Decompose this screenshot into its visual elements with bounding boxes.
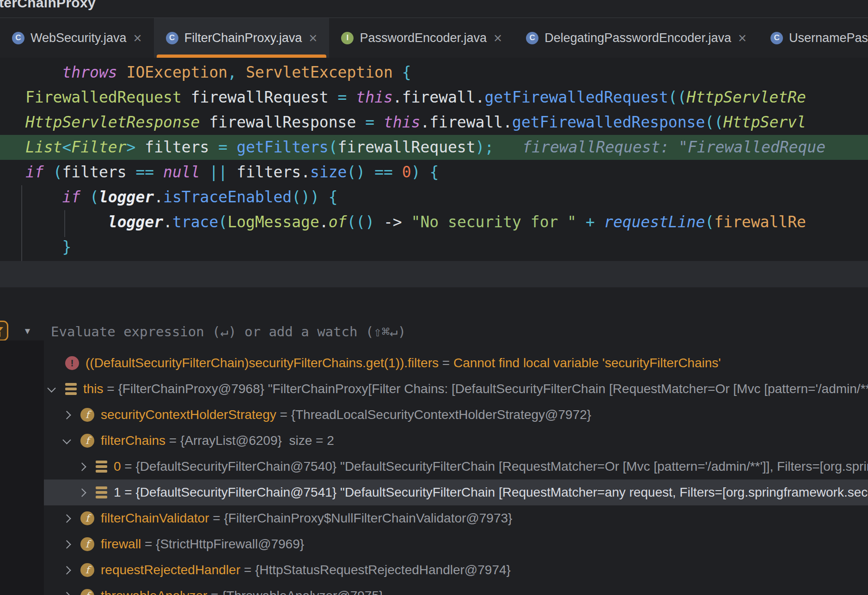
code-token: logger bbox=[99, 188, 154, 206]
variable-text: {FilterChainProxy$NullFilterChainValidat… bbox=[224, 511, 512, 526]
code-token bbox=[393, 63, 402, 81]
code-token: ServletException bbox=[246, 63, 393, 81]
variable-row-watch-error[interactable]: !((DefaultSecurityFilterChain)securityFi… bbox=[0, 350, 868, 376]
chevron-glyph bbox=[62, 592, 71, 595]
tab-label: FilterChainProxy.java bbox=[184, 31, 302, 45]
code-token: ) bbox=[411, 163, 421, 181]
class-icon: C bbox=[166, 32, 178, 44]
code-token: null bbox=[163, 163, 200, 181]
code-line-3: HttpServletResponse firewallResponse = t… bbox=[0, 110, 868, 135]
chevron-glyph bbox=[62, 566, 71, 574]
variable-text: {ThrowableAnalyzer@7975} bbox=[222, 589, 383, 595]
chevron-right-icon[interactable] bbox=[64, 516, 80, 522]
chevron-right-icon[interactable] bbox=[64, 567, 80, 573]
code-line-7: logger.trace(LogMessage.of(() -> "No sec… bbox=[0, 210, 868, 235]
object-value-icon bbox=[65, 383, 77, 395]
code-token: + bbox=[586, 213, 595, 231]
tab-passwordencoder-java[interactable]: IPasswordEncoder.java× bbox=[329, 18, 514, 58]
close-icon[interactable]: × bbox=[309, 32, 317, 44]
variable-text: securityContextHolderStrategy bbox=[101, 407, 276, 422]
variable-text: = bbox=[141, 537, 156, 552]
variable-text: = bbox=[209, 511, 224, 526]
code-token: HttpServletResponse bbox=[25, 113, 200, 131]
code-token bbox=[393, 163, 402, 181]
variable-text: ((DefaultSecurityFilterChain)securityFil… bbox=[86, 356, 439, 370]
code-token bbox=[319, 188, 329, 206]
tab-usernamepasswordauthenticationfilter-[interactable]: CUsernamePasswordAuthenticationFilter. bbox=[758, 18, 868, 58]
chevron-right-icon[interactable] bbox=[64, 541, 80, 547]
variable-row-filterChainValidator[interactable]: ffilterChainValidator = {FilterChainProx… bbox=[0, 505, 868, 531]
code-line-4: List<Filter> filters = getFilters(firewa… bbox=[0, 135, 868, 160]
variable-row-requestRejectedHandler[interactable]: frequestRejectedHandler = {HttpStatusReq… bbox=[0, 557, 868, 583]
variable-row-securityContextHolderStrategy[interactable]: fsecurityContextHolderStrategy = {Thread… bbox=[0, 402, 868, 428]
variable-row-this[interactable]: this = {FilterChainProxy@7968} "FilterCh… bbox=[0, 376, 868, 402]
variable-row-throwableAnalyzer[interactable]: fthrowableAnalyzer = {ThrowableAnalyzer@… bbox=[0, 583, 868, 595]
code-token bbox=[200, 163, 209, 181]
code-token bbox=[227, 163, 237, 181]
code-token bbox=[374, 213, 384, 231]
variable-text: = bbox=[207, 589, 222, 595]
code-token: = bbox=[218, 138, 227, 156]
evaluate-expression-placeholder[interactable]: Evaluate expression (↵) or add a watch (… bbox=[51, 321, 406, 343]
close-icon[interactable]: × bbox=[494, 32, 502, 44]
code-token bbox=[44, 163, 53, 181]
close-icon[interactable]: × bbox=[738, 32, 746, 44]
code-line-8: } bbox=[0, 235, 868, 260]
variable-text: requestRejectedHandler bbox=[101, 563, 240, 577]
variable-text: = bbox=[439, 356, 453, 370]
chevron-right-icon[interactable] bbox=[79, 464, 96, 470]
chevron-glyph bbox=[62, 411, 71, 419]
chevron-down-icon[interactable] bbox=[64, 439, 80, 443]
code-token: getFirewalledRequest bbox=[484, 88, 668, 106]
code-token bbox=[209, 138, 218, 156]
ide-window: terChainProxy CWebSecurity.java×CFilterC… bbox=[0, 0, 868, 595]
chevron-right-icon[interactable] bbox=[64, 412, 80, 418]
code-token: if bbox=[25, 163, 44, 181]
tab-filterchainproxy-java[interactable]: CFilterChainProxy.java× bbox=[154, 18, 330, 58]
variable-text: {FilterChainProxy@7968} "FilterChainProx… bbox=[118, 382, 868, 396]
variable-row-filterChains-1[interactable]: 1 = {DefaultSecurityFilterChain@7541} "D… bbox=[0, 480, 868, 505]
chevron-right-icon[interactable] bbox=[79, 490, 96, 496]
tab-delegatingpasswordencoder-java[interactable]: CDelegatingPasswordEncoder.java× bbox=[514, 18, 758, 58]
code-token: .firewall. bbox=[420, 113, 512, 131]
code-line-1: throws IOException, ServletException { bbox=[0, 60, 868, 85]
editor-debug-separator bbox=[0, 261, 868, 287]
code-token: ); bbox=[476, 138, 494, 156]
code-token bbox=[421, 163, 430, 181]
variable-text: = bbox=[104, 382, 118, 396]
panel-left-gutter bbox=[0, 340, 44, 595]
variable-text: firewall bbox=[101, 537, 141, 552]
bar bbox=[96, 461, 107, 463]
variable-row-firewall[interactable]: ffirewall = {StrictHttpFirewall@7969} bbox=[0, 531, 868, 557]
variable-row-filterChains-0[interactable]: 0 = {DefaultSecurityFilterChain@7540} "D… bbox=[0, 454, 868, 480]
code-token: Filter bbox=[71, 138, 126, 156]
code-token bbox=[117, 63, 127, 81]
tab-label: DelegatingPasswordEncoder.java bbox=[544, 31, 731, 45]
evaluate-expression-row[interactable]: ▼ Evaluate expression (↵) or add a watch… bbox=[0, 321, 868, 343]
code-token bbox=[25, 188, 62, 206]
code-token: filters bbox=[62, 163, 136, 181]
window-header: terChainProxy bbox=[0, 0, 868, 18]
variable-row-filterChains[interactable]: ffilterChains = {ArrayList@6209} size = … bbox=[0, 428, 868, 454]
code-token: (() bbox=[347, 213, 374, 231]
code-token: ( bbox=[90, 188, 99, 206]
chevron-down-icon[interactable] bbox=[49, 387, 65, 391]
code-token bbox=[329, 88, 338, 106]
code-token: firewallRequest bbox=[191, 88, 329, 106]
chevron-glyph bbox=[62, 540, 71, 548]
chevron-right-icon[interactable] bbox=[64, 593, 80, 595]
code-editor[interactable]: throws IOException, ServletException {Fi… bbox=[0, 58, 868, 261]
code-token: = bbox=[338, 88, 347, 106]
bar bbox=[65, 392, 77, 395]
tab-websecurity-java[interactable]: CWebSecurity.java× bbox=[0, 18, 154, 58]
code-token: . bbox=[163, 213, 172, 231]
filter-funnel-icon[interactable] bbox=[0, 321, 8, 341]
chevron-down-icon[interactable]: ▼ bbox=[23, 326, 32, 336]
chevron-glyph bbox=[78, 488, 86, 497]
variable-text: Cannot find local variable 'securityFilt… bbox=[453, 356, 721, 370]
variable-text: = bbox=[165, 433, 180, 448]
code-token: = bbox=[365, 113, 374, 131]
code-token: == bbox=[374, 163, 393, 181]
close-icon[interactable]: × bbox=[134, 32, 142, 44]
funnel-stem bbox=[0, 332, 0, 337]
